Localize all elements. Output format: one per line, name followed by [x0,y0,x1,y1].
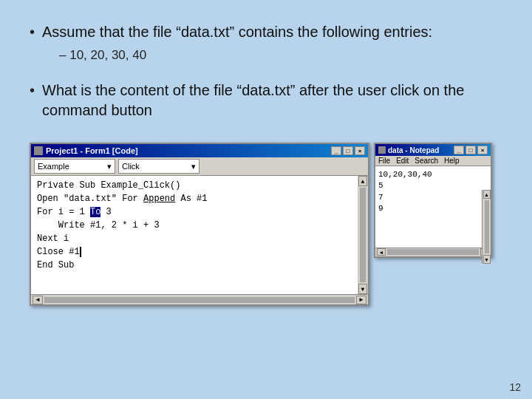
code-line-4: Write #1, 2 * i + 3 [37,219,362,232]
ide-close-btn[interactable]: × [355,146,365,155]
ide-titlebar-left: Project1 - Form1 [Code] [34,146,138,155]
scroll-track-h [44,297,355,303]
scroll-track-v [360,188,366,282]
scroll-right-btn[interactable]: ► [356,296,366,304]
click-dropdown-arrow: ▾ [191,162,196,171]
notepad-line-1: 10,20,30,40 [378,169,488,180]
notepad-blank-space [378,215,488,245]
ide-scrollbar-v[interactable]: ▲ ▼ [358,176,368,294]
bullet-section-2: • What is the content of the file “data.… [30,81,502,126]
ide-title: Project1 - Form1 [Code] [46,146,138,155]
bullet-section-1: • Assume that the file “data.txt” contai… [30,22,502,67]
notepad-menubar: File Edit Search Help [375,156,491,166]
windows-area: Project1 - Form1 [Code] _ □ × Example ▾ … [30,143,502,306]
notepad-win-controls[interactable]: _ □ × [454,146,488,154]
code-line-1: Private Sub Example_Click() [37,179,362,192]
click-dropdown-label: Click [122,162,140,171]
notepad-menu-edit[interactable]: Edit [396,157,409,165]
notepad-titlebar: data - Notepad _ □ × [375,144,491,156]
bullet-text-1: Assume that the file “data.txt” contains… [42,22,432,42]
scroll-up-btn[interactable]: ▲ [358,176,367,186]
bullet-item-2: • What is the content of the file “data.… [30,81,502,120]
notepad-content[interactable]: 10,20,30,40 5 7 9 [375,166,491,248]
notepad-menu-help[interactable]: Help [444,157,460,165]
code-line-3: For i = 1 To 3 [37,205,362,219]
notepad-scroll-track [485,200,489,253]
sub-bullet-1: – 10, 20, 30, 40 [59,48,502,63]
bullet-dot-2: • [30,82,35,99]
example-dropdown[interactable]: Example ▾ [34,159,115,174]
code-line-7: End Sub [37,259,362,272]
notepad-scroll-up-btn[interactable]: ▲ [483,190,491,199]
notepad-close-btn[interactable]: × [477,146,488,154]
scroll-down-btn[interactable]: ▼ [358,284,367,294]
bullet-text-2: What is the content of the file “data.tx… [42,81,502,120]
click-dropdown[interactable]: Click ▾ [118,159,200,174]
notepad-scroll-down-btn[interactable]: ▼ [483,255,491,264]
notepad-scroll-left-btn[interactable]: ◄ [377,248,386,256]
notepad-line-3: 7 [378,192,488,203]
example-dropdown-arrow: ▾ [107,162,112,171]
sub-bullet-text-1: – 10, 20, 30, 40 [59,48,146,62]
notepad-window: data - Notepad _ □ × File Edit Search He… [374,143,492,258]
code-area[interactable]: Private Sub Example_Click() Open "data.t… [31,176,368,294]
ide-toolbar: Example ▾ Click ▾ [31,157,368,176]
example-dropdown-label: Example [38,162,69,171]
notepad-menu-search[interactable]: Search [415,157,438,165]
notepad-scrollbar-v[interactable]: ▲ ▼ [482,190,491,264]
slide-container: • Assume that the file “data.txt” contai… [0,0,532,399]
ide-scrollbar-h[interactable]: ◄ ► [31,294,368,304]
notepad-menu-file[interactable]: File [378,157,390,165]
notepad-maximize-btn[interactable]: □ [466,146,476,154]
notepad-scrollbar-h[interactable]: ◄ ► [375,248,491,256]
bullet-dot-1: • [30,24,35,41]
notepad-scroll-track-h [387,249,479,255]
notepad-line-2: 5 [378,180,488,191]
notepad-content-wrapper: 10,20,30,40 5 7 9 ▲ ▼ [375,166,491,248]
ide-win-controls[interactable]: _ □ × [331,146,365,155]
ide-window: Project1 - Form1 [Code] _ □ × Example ▾ … [30,143,369,306]
ide-window-icon [34,146,43,155]
code-line-5: Next i [37,232,362,245]
slide-number: 12 [509,381,521,393]
ide-titlebar: Project1 - Form1 [Code] _ □ × [31,144,368,157]
notepad-window-icon [378,146,386,154]
scroll-left-btn[interactable]: ◄ [33,296,43,304]
code-line-6: Close #1 [37,245,362,259]
ide-minimize-btn[interactable]: _ [331,146,341,155]
notepad-title: data - Notepad [388,146,439,154]
notepad-line-4: 9 [378,203,488,214]
notepad-minimize-btn[interactable]: _ [454,146,464,154]
code-line-2: Open "data.txt" For Append As #1 [37,192,362,205]
bullet-item-1: • Assume that the file “data.txt” contai… [30,22,502,42]
ide-maximize-btn[interactable]: □ [343,146,353,155]
